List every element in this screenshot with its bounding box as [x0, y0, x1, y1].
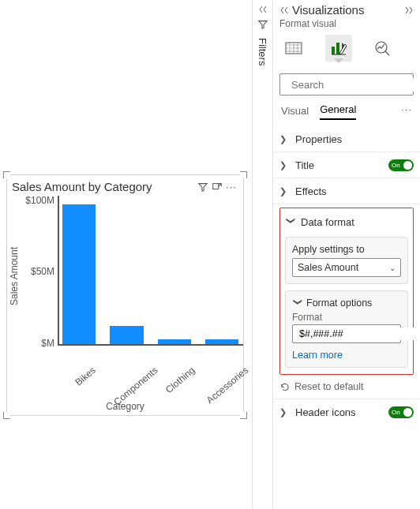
search-input[interactable] [279, 73, 414, 95]
format-visual-tab[interactable] [325, 35, 352, 62]
chevron-down-icon: ❯ [286, 216, 296, 227]
section-header-icons[interactable]: ❯ Header icons On [279, 399, 414, 425]
apply-settings-select[interactable]: Sales Amount ⌄ [292, 258, 401, 277]
expand-pane-icon[interactable] [404, 6, 414, 15]
title-toggle[interactable]: On [388, 159, 414, 171]
format-options-card: ❯ Format options Format Learn more [285, 290, 408, 368]
learn-more-link[interactable]: Learn more [292, 350, 343, 361]
section-title[interactable]: ❯ Title On [279, 152, 414, 178]
chevron-right-icon: ❯ [279, 186, 291, 196]
filters-label: Filters [257, 38, 268, 65]
chart-area: Sales Amount $100M $50M $M Bikes Compone… [7, 196, 243, 415]
chart-visual[interactable]: Sales Amount by Category ··· Sales Amoun… [6, 174, 244, 416]
filter-icon[interactable] [196, 182, 210, 193]
bar-accessories[interactable] [205, 339, 238, 344]
chevron-right-icon: ❯ [279, 134, 291, 144]
format-string-input[interactable] [292, 324, 401, 343]
resize-handle-tl[interactable] [3, 171, 10, 178]
section-properties[interactable]: ❯ Properties [279, 126, 414, 152]
chevron-right-icon: ❯ [279, 407, 291, 417]
more-options-icon[interactable]: ··· [224, 181, 238, 193]
data-format-highlight: ❯ Data format Apply settings to Sales Am… [279, 208, 414, 375]
pane-subtitle: Format visual [273, 17, 420, 32]
format-options-header[interactable]: ❯ Format options [292, 298, 401, 309]
focus-mode-icon[interactable] [210, 182, 224, 193]
visualizations-pane: Visualizations Format visual [272, 0, 420, 509]
report-canvas[interactable]: Sales Amount by Category ··· Sales Amoun… [0, 0, 252, 509]
y-axis-ticks: $100M $50M $M [21, 196, 58, 357]
reset-to-default[interactable]: Reset to default [279, 375, 414, 399]
chevron-down-icon: ⌄ [389, 264, 396, 272]
reset-icon [279, 382, 290, 392]
section-effects[interactable]: ❯ Effects [279, 178, 414, 204]
filters-pane-collapsed[interactable]: Filters [252, 0, 272, 509]
collapse-pane-icon[interactable] [279, 6, 289, 15]
bar-components[interactable] [110, 326, 143, 344]
analytics-tab[interactable] [369, 35, 396, 62]
filters-icon[interactable] [257, 19, 268, 30]
tab-general[interactable]: General [320, 103, 356, 120]
header-icons-toggle[interactable]: On [388, 406, 414, 418]
x-axis-ticks: Bikes Components Clothing Accessories [59, 357, 243, 401]
resize-handle-tr[interactable] [240, 171, 247, 178]
apply-settings-card: Apply settings to Sales Amount ⌄ [285, 237, 408, 284]
format-label: Format [292, 312, 401, 323]
chart-bars [58, 196, 243, 346]
chart-title: Sales Amount by Category [12, 180, 196, 193]
tab-visual[interactable]: Visual [281, 105, 309, 120]
x-axis-label: Category [7, 401, 243, 415]
bar-clothing[interactable] [158, 339, 191, 344]
y-axis-label: Sales Amount [7, 196, 21, 357]
chevron-right-icon: ❯ [279, 160, 291, 170]
expand-filters-icon[interactable] [258, 5, 268, 14]
chevron-down-icon: ❯ [293, 298, 303, 309]
section-data-format[interactable]: ❯ Data format [285, 213, 408, 230]
bar-bikes[interactable] [62, 204, 96, 344]
pane-title: Visualizations [292, 3, 401, 17]
build-visual-tab[interactable] [281, 35, 308, 62]
tabs-more-icon[interactable]: ··· [401, 103, 412, 120]
svg-rect-0 [213, 183, 219, 189]
svg-point-2 [376, 42, 387, 53]
apply-settings-label: Apply settings to [292, 244, 401, 255]
